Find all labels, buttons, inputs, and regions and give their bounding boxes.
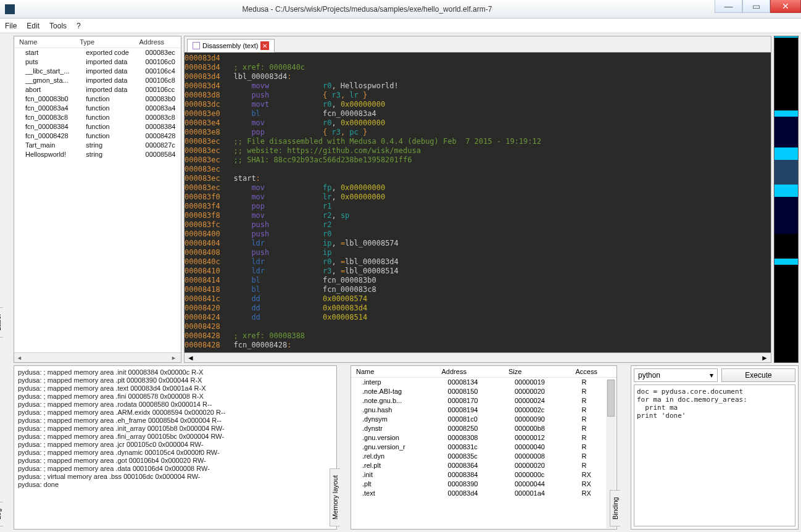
log-line: pydusa: ; mapped memory area .got 000106… [18, 457, 333, 465]
log-line: pydusa: ; mapped memory area .jcr 000105… [18, 441, 333, 449]
memory-layout-panel: Memory layout Name Address Size Access .… [351, 365, 617, 530]
tab-close-icon[interactable]: ✕ [260, 41, 269, 50]
table-row[interactable]: Hellospworld!string00008584 [14, 150, 181, 159]
table-row[interactable]: .dynsym000081c000000090R [351, 415, 616, 424]
log-output[interactable]: pydusa: ; mapped memory area .init 00008… [14, 366, 336, 529]
log-line: pydusa: ; mapped memory area .eh_frame 0… [18, 417, 333, 425]
log-line: pydusa: ; mapped memory area .rodata 000… [18, 401, 333, 409]
table-row[interactable]: putsimported data000106c0 [14, 57, 181, 67]
log-line: pydusa: ; mapped memory area .fini 00008… [18, 393, 333, 401]
label-col-address[interactable]: Address [135, 36, 181, 48]
minimize-button[interactable]: — [715, 0, 742, 13]
label-col-name[interactable]: Name [14, 36, 75, 48]
log-line: pydusa: ; mapped memory area .init_array… [18, 425, 333, 433]
table-row[interactable]: fcn_00008384function00008384 [14, 122, 181, 131]
menu-edit[interactable]: Edit [27, 22, 39, 30]
mem-col-address[interactable]: Address [437, 366, 504, 378]
label-col-type[interactable]: Type [75, 36, 134, 48]
table-row[interactable]: .init000083840000000cRX [351, 470, 616, 480]
table-row[interactable]: Tart_mainstring0000827c [14, 141, 181, 150]
table-row[interactable]: .plt0000839000000044RX [351, 480, 616, 489]
table-row[interactable]: .gnu.version0000830800000012R [351, 433, 616, 443]
app-icon [5, 4, 15, 14]
table-row[interactable]: .rel.plt0000836400000020R [351, 461, 616, 470]
execute-button[interactable]: Execute [721, 368, 795, 382]
log-panel-tab[interactable]: Log [0, 502, 3, 526]
binding-panel: Binding python ▾ Execute doc = pydusa.co… [631, 365, 799, 530]
close-button[interactable]: ✕ [770, 0, 801, 13]
log-line: pydusa: done [18, 481, 333, 489]
memory-table: Name Address Size Access .interp00008134… [351, 366, 616, 498]
log-line: pydusa: ; mapped memory area .ARM.exidx … [18, 409, 333, 417]
label-panel-tab[interactable]: Label [0, 307, 3, 338]
disassembly-panel: Disassembly (text) ✕ 000083d4 000083d4 ;… [184, 36, 771, 363]
log-line: pydusa: ; mapped memory area .data 00010… [18, 465, 333, 473]
memory-heatmap[interactable] [774, 36, 799, 363]
table-row[interactable]: .gnu.version_r0000831c00000040R [351, 443, 616, 452]
table-row[interactable]: __libc_start_...imported data000106c4 [14, 67, 181, 76]
log-line: pydusa: ; mapped memory area .text 00008… [18, 384, 333, 393]
mem-col-name[interactable]: Name [351, 366, 437, 378]
table-row[interactable]: fcn_000083a4function000083a4 [14, 104, 181, 113]
log-panel: Log pydusa: ; mapped memory area .init 0… [14, 365, 337, 530]
language-value: python [638, 371, 660, 380]
disasm-tab-label: Disassembly (text) [202, 42, 258, 49]
maximize-button[interactable]: ▭ [742, 0, 770, 13]
table-row[interactable]: .interp0000813400000019R [351, 378, 616, 388]
disasm-hscroll[interactable]: ◄► [185, 352, 771, 362]
disasm-tab[interactable]: Disassembly (text) ✕ [187, 39, 275, 52]
log-line: pydusa: ; mapped memory area .dynamic 00… [18, 449, 333, 457]
table-row[interactable]: abortimported data000106cc [14, 85, 181, 94]
menubar: File Edit Tools ? [0, 19, 801, 33]
table-row[interactable]: .dynstr00008250000000b8R [351, 424, 616, 433]
disassembly-view[interactable]: 000083d4 000083d4 ; xref: 0000840c000083… [185, 52, 771, 352]
disasm-tabstrip: Disassembly (text) ✕ [185, 36, 771, 52]
disasm-tab-icon [193, 42, 200, 49]
table-row[interactable]: .note.ABI-tag0000815000000020R [351, 387, 616, 396]
label-table: Name Type Address startexported code0000… [14, 36, 181, 159]
label-hscroll[interactable]: ◄► [14, 352, 181, 362]
titlebar: Medusa - C:/Users/wisk/Projects/medusa/s… [0, 0, 801, 19]
mem-col-size[interactable]: Size [504, 366, 570, 378]
table-row[interactable]: .rel.dyn0000835c00000008R [351, 452, 616, 461]
mem-col-access[interactable]: Access [570, 366, 616, 378]
language-select[interactable]: python ▾ [634, 368, 718, 382]
table-row[interactable]: fcn_00008428function00008428 [14, 131, 181, 141]
table-row[interactable]: .text000083d4000001a4RX [351, 489, 616, 498]
label-panel: Label Name Type Address startexported co… [14, 36, 181, 363]
memory-panel-tab[interactable]: Memory layout [330, 468, 340, 526]
table-row[interactable]: fcn_000083b0function000083b0 [14, 94, 181, 104]
menu-file[interactable]: File [5, 22, 17, 30]
menu-help[interactable]: ? [77, 22, 81, 30]
window-title: Medusa - C:/Users/wisk/Projects/medusa/s… [20, 5, 715, 14]
table-row[interactable]: .gnu.hash000081940000002cR [351, 405, 616, 415]
log-line: pydusa: ; virtual memory area .bss 00010… [18, 473, 333, 481]
log-line: pydusa: ; mapped memory area .fini_array… [18, 433, 333, 441]
table-row[interactable]: __gmon_sta...imported data000106c8 [14, 76, 181, 85]
chevron-down-icon: ▾ [710, 371, 713, 380]
table-row[interactable]: startexported code000083ec [14, 48, 181, 58]
script-editor[interactable]: doc = pydusa.core.document for ma in doc… [634, 384, 795, 526]
log-line: pydusa: ; mapped memory area .plt 000083… [18, 376, 333, 384]
log-line: pydusa: ; mapped memory area .init 00008… [18, 368, 333, 376]
binding-panel-tab[interactable]: Binding [610, 490, 620, 526]
menu-tools[interactable]: Tools [49, 22, 67, 30]
table-row[interactable]: fcn_000083c8function000083c8 [14, 113, 181, 122]
table-row[interactable]: .note.gnu.b...0000817000000024R [351, 396, 616, 405]
